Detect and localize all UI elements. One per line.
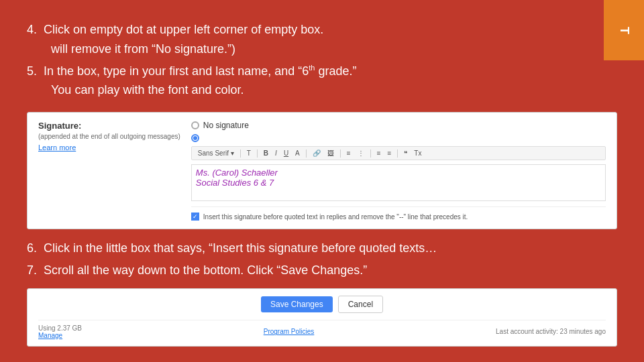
save-screenshot: Save Changes Cancel Using 2.37 GB Manage…	[27, 288, 617, 347]
learn-more-link[interactable]: Learn more	[38, 143, 180, 152]
signature-screenshot: Signature: (appended at the end of all o…	[27, 112, 617, 229]
cancel-button[interactable]: Cancel	[338, 296, 383, 313]
toolbar-sep-6	[397, 149, 398, 158]
instructions-block-2: 6. Click in the little box that says, “I…	[27, 239, 617, 280]
step-6: 6. Click in the little box that says, “I…	[27, 239, 617, 258]
sig-right-col: No signature Sans Serif ▾ T B I U A 🔗 �	[191, 121, 606, 221]
indent-button[interactable]: ⋮	[356, 149, 366, 158]
font-family-dropdown[interactable]: Sans Serif ▾	[196, 149, 236, 158]
program-policies-link[interactable]: Program Policies	[264, 328, 315, 335]
ol-button[interactable]: ≡	[385, 149, 393, 158]
storage-info: Using 2.37 GB Manage	[38, 324, 82, 339]
font-size-button[interactable]: T	[245, 149, 253, 158]
last-activity: Last account activity: 23 minutes ago	[496, 328, 606, 335]
italic-button[interactable]: I	[273, 149, 279, 158]
toolbar-sep-3	[306, 149, 307, 158]
sig-toolbar: Sans Serif ▾ T B I U A 🔗 🖼 ≡ ⋮ ≡	[191, 146, 606, 160]
sig-checkbox[interactable]	[191, 213, 199, 221]
save-btn-row: Save Changes Cancel	[38, 296, 606, 313]
sig-name-line2: Social Studies 6 & 7	[196, 178, 601, 188]
step6-line1: 6. Click in the little box that says, “I…	[27, 241, 437, 255]
sig-checkbox-label: Insert this signature before quoted text…	[203, 213, 468, 221]
step5-line1: 5. In the box, type in your first and la…	[27, 64, 356, 78]
image-button[interactable]: 🖼	[325, 149, 336, 158]
save-changes-button[interactable]: Save Changes	[261, 296, 333, 312]
bold-button[interactable]: B	[262, 149, 270, 158]
orange-tab-text: T	[617, 27, 631, 34]
step-5: 5. In the box, type in your first and la…	[27, 62, 617, 101]
sig-label: Signature:	[38, 121, 180, 131]
sig-label-col: Signature: (appended at the end of all o…	[38, 121, 180, 152]
step-7: 7. Scroll all the way down to the bottom…	[27, 261, 617, 280]
sig-name-line1: Ms. (Carol) Schaeller	[196, 168, 601, 178]
color-button[interactable]: A	[293, 149, 302, 158]
toolbar-sep-2	[257, 149, 258, 158]
sig-radio-selected[interactable]	[191, 134, 199, 142]
remove-format-button[interactable]: Tx	[412, 149, 423, 158]
sig-radio-active-row	[191, 134, 606, 142]
orange-tab: T	[604, 0, 644, 60]
instructions-block: 4. Click on empty dot at upper left corn…	[27, 20, 617, 100]
toolbar-sep-1	[240, 149, 241, 158]
toolbar-sep-5	[370, 149, 371, 158]
link-button[interactable]: 🔗	[311, 149, 323, 158]
toolbar-sep-4	[340, 149, 341, 158]
sig-sublabel: (appended at the end of all outgoing mes…	[38, 132, 180, 141]
sig-radio-empty[interactable]	[191, 121, 199, 129]
step-4: 4. Click on empty dot at upper left corn…	[27, 20, 617, 59]
quote-button[interactable]: ❝	[402, 149, 409, 158]
main-content: T 4. Click on empty dot at upper left co…	[0, 0, 644, 362]
underline-button[interactable]: U	[282, 149, 290, 158]
step7-line1: 7. Scroll all the way down to the bottom…	[27, 263, 367, 277]
sig-checkbox-row: Insert this signature before quoted text…	[191, 206, 606, 221]
step4-line1: 4. Click on empty dot at upper left corn…	[27, 23, 323, 36]
sig-radio-row: No signature	[191, 121, 606, 130]
save-footer: Using 2.37 GB Manage Program Policies La…	[38, 320, 606, 339]
align-button[interactable]: ≡	[345, 149, 353, 158]
sig-text-area[interactable]: Ms. (Carol) Schaeller Social Studies 6 &…	[191, 164, 606, 201]
list-button[interactable]: ≡	[375, 149, 383, 158]
